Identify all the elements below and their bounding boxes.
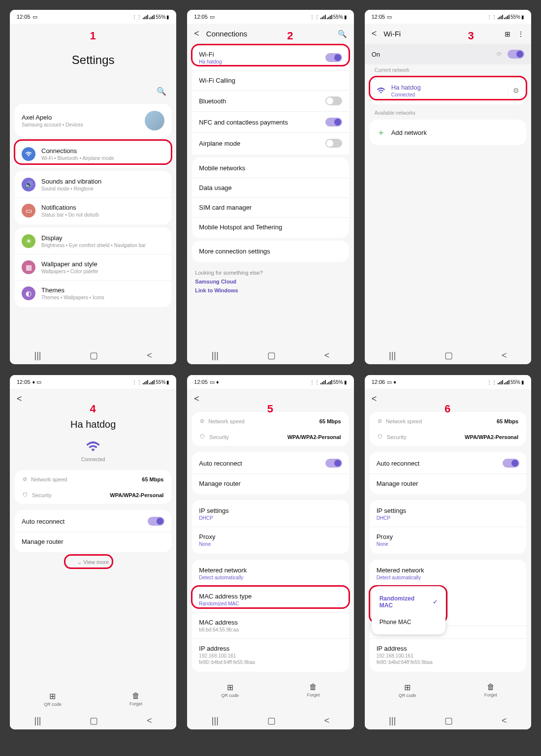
back-icon[interactable]: <	[194, 29, 199, 39]
link-windows[interactable]: Link to Windows	[195, 287, 346, 293]
auto-reconnect-row[interactable]: Auto reconnect	[370, 453, 526, 473]
nav-home[interactable]: ▢	[90, 350, 98, 361]
back-icon[interactable]: <	[372, 29, 377, 39]
nav-back[interactable]: <	[502, 716, 507, 726]
nav-back[interactable]: <	[147, 716, 152, 726]
ip-address-row: IP address192.168.100.161fe80::b4bd:64ff…	[192, 638, 349, 671]
wifi-master-toggle[interactable]	[508, 50, 524, 59]
data-usage-row[interactable]: Data usage	[192, 178, 349, 197]
nav-home[interactable]: ▢	[267, 350, 276, 361]
notif-icon: ▭	[32, 14, 37, 20]
step-label: 5	[267, 403, 273, 415]
nfc-row[interactable]: NFC and contactless payments	[192, 111, 349, 132]
qr-scan-icon[interactable]: ⊞	[505, 30, 510, 38]
proxy-row[interactable]: ProxyNone	[370, 527, 526, 553]
bluetooth-toggle[interactable]	[325, 96, 342, 105]
gear-icon[interactable]: ⚙	[508, 87, 519, 94]
notifications-row[interactable]: ▭ NotificationsStatus bar • Do not distu…	[15, 197, 171, 223]
qr-icon: ⊞	[44, 692, 62, 701]
wifi-on-row[interactable]: On ⟳	[365, 44, 531, 64]
airplane-toggle[interactable]	[325, 139, 342, 148]
themes-icon: ◐	[22, 286, 35, 300]
manage-router-row[interactable]: Manage router	[15, 532, 171, 551]
more-icon[interactable]: ⋮	[517, 30, 524, 38]
auto-reconnect-row[interactable]: Auto reconnect	[15, 511, 171, 532]
wifi-toggle[interactable]	[325, 53, 342, 62]
current-network-row[interactable]: Ha hatdog Connected ⚙	[370, 78, 526, 103]
time: 12:05	[17, 14, 31, 20]
nav-back[interactable]: <	[147, 350, 152, 361]
nav-home[interactable]: ▢	[90, 715, 98, 726]
page-title: Wi-Fi	[383, 30, 401, 38]
qr-code-button[interactable]: ⊞QR code	[399, 683, 416, 698]
view-more-button[interactable]: ⌄ View more	[10, 555, 176, 569]
auto-reconnect-toggle[interactable]	[325, 459, 342, 468]
link-samsung-cloud[interactable]: Samsung Cloud	[195, 279, 346, 284]
connections-icon	[22, 147, 35, 161]
option-randomized-mac[interactable]: Randomized MAC ✓	[372, 590, 446, 614]
qr-icon: ⊞	[399, 683, 416, 692]
display-row[interactable]: ☀ DisplayBrightness • Eye comfort shield…	[15, 228, 171, 254]
available-label: Available networks	[365, 107, 531, 117]
wifi-calling-row[interactable]: Wi-Fi Calling	[192, 70, 349, 90]
auto-reconnect-toggle[interactable]	[503, 459, 519, 468]
nfc-toggle[interactable]	[325, 118, 342, 126]
shield-icon: ⛉	[23, 492, 28, 498]
forget-button[interactable]: 🗑Forget	[484, 683, 497, 698]
search-icon[interactable]: 🔍	[157, 87, 166, 96]
auto-reconnect-row[interactable]: Auto reconnect	[192, 453, 349, 473]
status-bar: 12:05▭ ⋮⋮ 55% ▮	[10, 10, 176, 24]
nav-home[interactable]: ▢	[267, 715, 276, 726]
back-icon[interactable]: <	[194, 394, 199, 404]
nav-back[interactable]: <	[324, 716, 330, 726]
step-label: 3	[468, 30, 474, 42]
more-settings-row[interactable]: More connection settings	[192, 242, 349, 261]
bluetooth-row[interactable]: Bluetooth	[192, 90, 349, 111]
nav-recent[interactable]: |||	[34, 350, 41, 361]
wallpaper-row[interactable]: ▦ Wallpaper and styleWallpapers • Color …	[15, 254, 171, 280]
airplane-row[interactable]: Airplane mode	[192, 132, 349, 154]
forget-button[interactable]: 🗑Forget	[307, 683, 319, 698]
option-phone-mac[interactable]: Phone MAC	[372, 614, 446, 630]
add-network-row[interactable]: ＋ Add network	[370, 121, 526, 144]
step-label: 2	[287, 30, 293, 42]
back-icon[interactable]: <	[17, 394, 22, 404]
nav-home[interactable]: ▢	[445, 350, 453, 361]
refresh-icon: ⟳	[497, 51, 502, 58]
speed-icon: ⊘	[23, 476, 27, 482]
hotspot-row[interactable]: Mobile Hotspot and Tethering	[192, 217, 349, 237]
nav-recent[interactable]: |||	[212, 716, 219, 726]
mobile-networks-row[interactable]: Mobile networks	[192, 158, 349, 178]
nav-home[interactable]: ▢	[445, 715, 453, 726]
search-icon[interactable]: 🔍	[338, 30, 347, 38]
mac-type-dropdown: Randomized MAC ✓ Phone MAC	[372, 586, 446, 634]
nav-recent[interactable]: |||	[212, 350, 219, 361]
sim-row[interactable]: SIM card manager	[192, 197, 349, 217]
nav-recent[interactable]: |||	[389, 716, 396, 726]
nav-recent[interactable]: |||	[34, 716, 41, 726]
mac-type-row[interactable]: MAC address typeRandomized MAC	[192, 586, 349, 612]
ip-settings-row[interactable]: IP settingsDHCP	[370, 501, 526, 527]
qr-code-button[interactable]: ⊞QR code	[222, 683, 239, 698]
connections-row[interactable]: Connections Wi-Fi • Bluetooth • Airplane…	[15, 141, 171, 167]
step-label: 4	[90, 403, 95, 415]
sounds-icon: 🔊	[22, 178, 35, 191]
auto-reconnect-toggle[interactable]	[148, 517, 164, 526]
account-card[interactable]: Axel Apelo Samsung account • Devices	[15, 104, 171, 137]
network-status: Connected	[391, 92, 502, 97]
metered-row[interactable]: Metered networkDetect automatically	[192, 561, 349, 586]
nav-back[interactable]: <	[324, 350, 330, 361]
manage-router-row[interactable]: Manage router	[192, 473, 349, 493]
forget-button[interactable]: 🗑Forget	[129, 692, 142, 707]
wifi-row[interactable]: Wi-FiHa hatdog	[192, 45, 349, 70]
nav-back[interactable]: <	[502, 350, 507, 361]
back-icon[interactable]: <	[372, 394, 377, 404]
nav-recent[interactable]: |||	[389, 350, 396, 361]
qr-code-button[interactable]: ⊞QR code	[44, 692, 62, 707]
ip-settings-row[interactable]: IP settingsDHCP	[192, 501, 349, 527]
themes-row[interactable]: ◐ ThemesThemes • Wallpapers • Icons	[15, 280, 171, 306]
sounds-row[interactable]: 🔊 Sounds and vibrationSound mode • Ringt…	[15, 172, 171, 197]
metered-row[interactable]: Metered networkDetect automatically	[370, 561, 526, 586]
proxy-row[interactable]: ProxyNone	[192, 527, 349, 553]
manage-router-row[interactable]: Manage router	[370, 473, 526, 493]
